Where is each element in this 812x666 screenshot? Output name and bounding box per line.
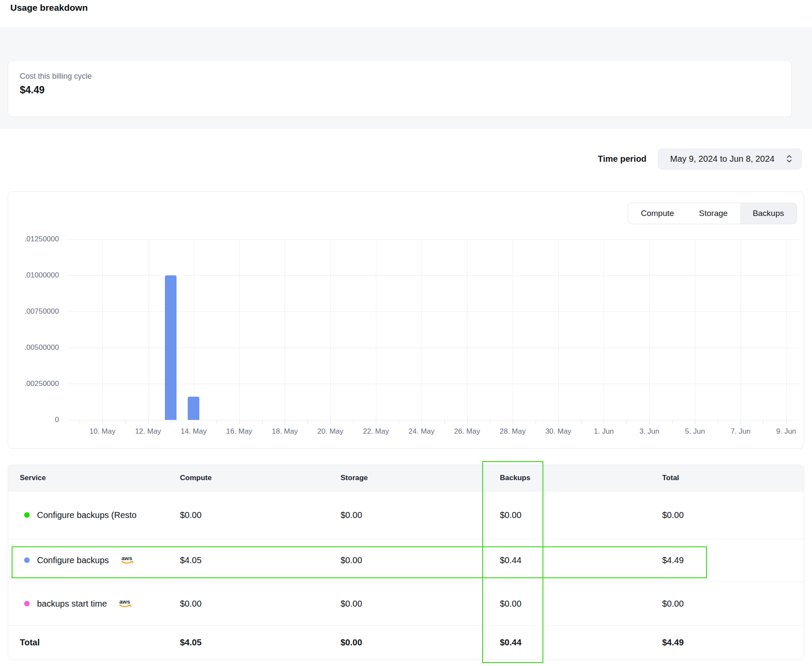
day-tick — [353, 420, 353, 424]
table-row: backups start time aws $0.00 $0.00 $0.00… — [8, 582, 804, 626]
usage-breakdown-page: Usage breakdown Cost this billing cycle … — [0, 0, 812, 666]
y-axis-label: .00750000 — [8, 307, 59, 316]
series-dot — [24, 512, 30, 518]
usage-table-card: Service Compute Storage Backups Total Co… — [8, 465, 804, 660]
x-axis-label: 3. Jun — [629, 427, 670, 436]
billing-cost-label: Cost this billing cycle — [20, 72, 791, 81]
chart-plot: .01250000.01000000.00750000.00500000.002… — [8, 192, 804, 448]
day-tick — [695, 420, 695, 424]
y-gridline — [67, 239, 799, 240]
x-gridline — [695, 239, 695, 420]
day-tick — [718, 420, 718, 424]
header-compute: Compute — [180, 474, 212, 482]
header-total: Total — [662, 474, 679, 482]
x-gridline — [421, 239, 422, 420]
x-axis-label: 28. May — [492, 427, 533, 436]
x-axis-label: 18. May — [264, 427, 305, 436]
billing-cost-card: Cost this billing cycle $4.49 — [8, 60, 792, 117]
day-tick — [626, 420, 627, 424]
compute-value: $4.05 — [180, 555, 201, 565]
day-tick — [102, 420, 103, 424]
day-tick — [672, 420, 673, 424]
x-axis-label: 22. May — [355, 427, 397, 436]
time-period-label: Time period — [598, 154, 647, 164]
total-row-label: Total — [20, 638, 40, 648]
day-tick — [330, 420, 331, 424]
series-dot — [24, 558, 30, 563]
x-axis-label: 12. May — [127, 427, 169, 436]
y-axis-label: .00500000 — [8, 343, 59, 352]
usage-bar[interactable] — [188, 397, 199, 420]
service-name: backups start time — [37, 598, 107, 608]
day-tick — [536, 420, 536, 424]
x-axis-label: 5. Jun — [674, 427, 716, 436]
day-tick — [148, 420, 149, 424]
chevron-updown-icon — [786, 154, 793, 163]
page-title: Usage breakdown — [10, 3, 88, 13]
x-gridline — [558, 239, 559, 420]
day-tick — [171, 420, 171, 424]
total-value: $0.00 — [662, 510, 684, 520]
day-tick — [786, 420, 787, 424]
y-gridline — [67, 348, 799, 348]
backups-value: $0.00 — [500, 510, 521, 520]
x-gridline — [786, 239, 787, 420]
day-tick — [262, 420, 263, 424]
day-tick — [239, 420, 240, 424]
aws-icon: aws — [120, 555, 136, 567]
day-tick — [558, 420, 559, 424]
backups-value: $0.00 — [500, 598, 521, 608]
x-gridline — [239, 239, 240, 420]
x-axis-label: 10. May — [82, 427, 123, 436]
backups-total: $0.44 — [500, 638, 521, 648]
compute-value: $0.00 — [180, 598, 201, 608]
grand-total: $4.49 — [662, 638, 684, 648]
x-gridline — [649, 239, 650, 420]
x-gridline — [467, 239, 468, 420]
x-gridline — [102, 239, 103, 420]
y-axis-label: 0 — [8, 416, 59, 424]
service-cell: backups start time aws — [24, 596, 133, 610]
table-row: Configure backups (Resto $0.00 $0.00 $0.… — [8, 491, 804, 539]
header-backups: Backups — [500, 474, 530, 482]
day-tick — [399, 420, 399, 424]
day-tick — [285, 420, 285, 424]
day-tick — [194, 420, 194, 424]
day-tick — [376, 420, 376, 424]
day-tick — [80, 420, 80, 424]
time-period-value: May 9, 2024 to Jun 8, 2024 — [670, 154, 775, 164]
day-tick — [217, 420, 217, 424]
service-name: Configure backups — [37, 555, 109, 565]
billing-summary-band: Cost this billing cycle $4.49 — [0, 27, 812, 129]
series-dot — [24, 601, 30, 606]
storage-value: $0.00 — [341, 555, 362, 565]
backups-value: $0.44 — [500, 555, 521, 565]
x-gridline — [148, 239, 149, 420]
x-gridline — [194, 239, 194, 420]
service-cell: Configure backups (Resto — [24, 510, 136, 520]
day-tick — [421, 420, 422, 424]
usage-chart-card: Compute Storage Backups .01250000.010000… — [8, 191, 804, 449]
day-tick — [513, 420, 513, 424]
usage-bar[interactable] — [165, 275, 177, 420]
storage-value: $0.00 — [341, 510, 362, 520]
compute-total: $4.05 — [180, 638, 201, 648]
day-tick — [741, 420, 741, 424]
compute-value: $0.00 — [180, 510, 201, 520]
time-period-select[interactable]: May 9, 2024 to Jun 8, 2024 — [658, 148, 802, 170]
total-value: $4.49 — [662, 555, 684, 565]
x-gridline — [741, 239, 741, 420]
svg-text:aws: aws — [121, 555, 132, 561]
y-gridline — [67, 311, 799, 312]
x-axis-label: 1. Jun — [583, 427, 624, 436]
x-gridline — [330, 239, 331, 420]
day-tick — [490, 420, 490, 424]
x-axis-label: 16. May — [219, 427, 260, 436]
y-gridline — [67, 384, 799, 384]
day-tick — [307, 420, 308, 424]
y-axis-label: .00250000 — [8, 379, 59, 388]
header-service: Service — [20, 474, 46, 482]
total-value: $0.00 — [662, 598, 684, 608]
x-gridline — [513, 239, 513, 420]
header-storage: Storage — [341, 474, 368, 482]
